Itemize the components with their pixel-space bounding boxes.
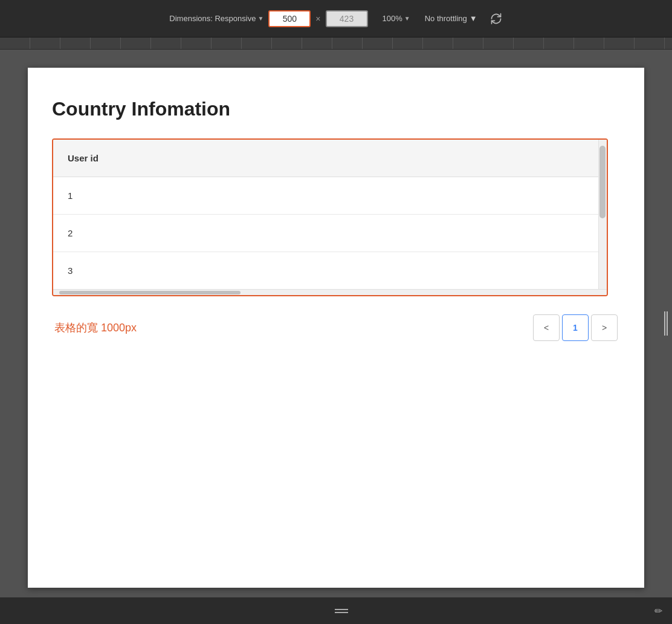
viewport: Country Infomation User id 1 (28, 68, 644, 588)
pagination-prev-button[interactable]: < (533, 314, 560, 341)
page-content: Country Infomation User id 1 (28, 68, 644, 365)
bottom-bar: ✏ (0, 597, 672, 624)
throttling-label: No throttling (425, 14, 467, 23)
table-row: 2 (53, 215, 607, 252)
dimensions-arrow: ▼ (257, 15, 263, 22)
vertical-scrollbar-track[interactable] (598, 140, 607, 289)
zoom-arrow: ▼ (404, 15, 410, 22)
zoom-dropdown[interactable]: 100% ▼ (383, 14, 410, 23)
width-input[interactable] (268, 10, 311, 27)
toolbar: Dimensions: Responsive ▼ × 100% ▼ No thr… (0, 0, 672, 37)
bottom-bar-center (335, 609, 348, 613)
dim-separator: × (315, 14, 320, 24)
ruler-strip (0, 37, 672, 50)
zoom-label: 100% (383, 14, 402, 23)
hamburger-line-2 (335, 612, 348, 613)
throttling-dropdown[interactable]: No throttling ▼ (425, 14, 477, 23)
dimensions-dropdown[interactable]: Dimensions: Responsive ▼ (169, 14, 263, 23)
main-area: Country Infomation User id 1 (0, 50, 672, 597)
next-icon: > (602, 323, 607, 333)
vertical-scrollbar-thumb[interactable] (599, 146, 606, 218)
data-table: User id 1 2 3 (53, 140, 607, 289)
table-header-row: User id (53, 140, 607, 177)
height-input[interactable] (326, 10, 368, 27)
table-container: User id 1 2 3 (52, 138, 608, 296)
hamburger-line-1 (335, 609, 348, 610)
horizontal-scrollbar-track[interactable] (53, 289, 607, 295)
dimensions-label: Dimensions: Responsive (169, 14, 256, 23)
horizontal-scrollbar-thumb[interactable] (59, 291, 241, 294)
page-title: Country Infomation (52, 98, 620, 120)
throttling-arrow: ▼ (470, 14, 477, 23)
page-1-label: 1 (573, 323, 578, 333)
table-row: 1 (53, 177, 607, 215)
row-2-id: 2 (53, 215, 607, 252)
table-footer: 表格的寬 1000px < 1 > (52, 314, 620, 341)
pagination-next-button[interactable]: > (591, 314, 618, 341)
row-3-id: 3 (53, 252, 607, 290)
row-1-id: 1 (53, 177, 607, 215)
column-header-user-id: User id (53, 140, 607, 177)
resize-handle-right[interactable] (660, 305, 672, 342)
table-width-label: 表格的寬 1000px (54, 320, 137, 335)
pagination-page-1-button[interactable]: 1 (562, 314, 589, 341)
pagination: < 1 > (533, 314, 618, 341)
table-scroll-wrapper: User id 1 2 3 (53, 140, 607, 289)
prev-icon: < (544, 323, 549, 333)
rotate-icon[interactable] (489, 12, 503, 25)
table-row: 3 (53, 252, 607, 290)
hamburger-icon[interactable] (335, 609, 348, 613)
edit-icon[interactable]: ✏ (654, 605, 662, 617)
